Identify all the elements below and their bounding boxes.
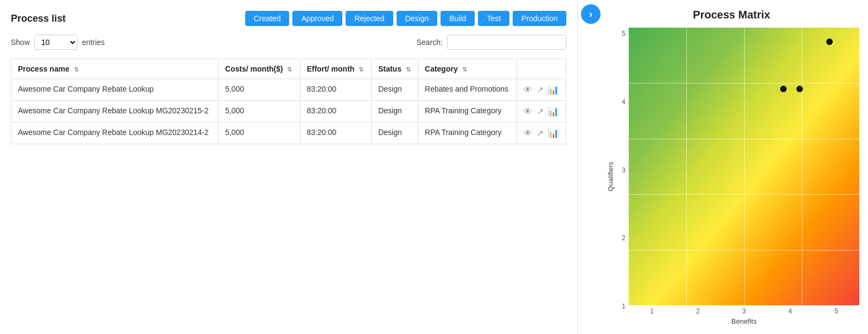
filter-btn-rejected[interactable]: Rejected	[346, 11, 393, 26]
y-tick-1: 1	[622, 303, 626, 310]
cell-cost-2: 5,000	[218, 123, 300, 144]
show-label: Show	[11, 38, 30, 47]
x-ticks-row: 1 2 3 4 5	[629, 305, 859, 316]
search-row: Search:	[417, 35, 566, 50]
cell-category-1: RPA Training Category	[418, 101, 517, 123]
cell-name-1: Awesome Car Company Rebate Lookup MG2023…	[11, 101, 219, 123]
cell-status-2: Design	[372, 123, 418, 144]
filter-btn-production[interactable]: Production	[513, 11, 566, 26]
cell-name-2: Awesome Car Company Rebate Lookup MG2023…	[11, 123, 219, 144]
filter-btn-test[interactable]: Test	[478, 11, 509, 26]
table-row: Awesome Car Company Rebate Lookup MG2023…	[11, 101, 566, 123]
gradient-background	[629, 28, 859, 305]
chart-icon-0[interactable]: 📊	[548, 85, 559, 95]
right-panel: › Process Matrix Qualifiers 5 4 3 2 1	[578, 0, 868, 334]
entries-select[interactable]: 10 25 50 100	[34, 35, 78, 50]
sort-icon-effort: ⇅	[359, 66, 363, 73]
col-actions	[516, 59, 566, 79]
chart-canvas	[629, 28, 859, 305]
cell-name-0: Awesome Car Company Rebate Lookup	[11, 79, 219, 101]
chart-body: 1 2 3 4 5 Benefits	[629, 28, 859, 325]
y-axis-label-col: Qualifiers	[604, 28, 617, 325]
y-tick-5: 5	[622, 30, 626, 37]
cell-cost-1: 5,000	[218, 101, 300, 123]
col-process-name[interactable]: Process name ⇅	[11, 59, 219, 79]
table-header-row: Process name ⇅ Costs/ month($) ⇅ Effort/…	[11, 59, 566, 79]
filter-btn-created[interactable]: Created	[245, 11, 290, 26]
chart-area: Qualifiers 5 4 3 2 1	[604, 28, 859, 325]
y-tick-4: 4	[622, 98, 626, 106]
filter-btn-design[interactable]: Design	[397, 11, 438, 26]
edit-icon-0[interactable]: ↗︎	[537, 85, 544, 95]
sort-icon-category: ⇅	[462, 66, 467, 73]
filter-btn-approved[interactable]: Approved	[292, 11, 342, 26]
show-entries: Show 10 25 50 100 entries	[11, 35, 105, 50]
filter-buttons: Created Approved Rejected Design Build T…	[245, 11, 566, 26]
view-icon-2[interactable]: 👁	[524, 129, 532, 138]
entries-label: entries	[82, 38, 105, 47]
controls-row: Show 10 25 50 100 entries Search:	[11, 35, 566, 50]
cell-effort-0: 83:20:00	[300, 79, 372, 101]
search-label: Search:	[417, 38, 443, 47]
x-tick-5: 5	[813, 307, 859, 316]
matrix-col: Process Matrix Qualifiers 5 4 3 2 1	[604, 0, 868, 334]
x-tick-1: 1	[629, 307, 675, 316]
y-ticks-col: 5 4 3 2 1	[617, 28, 629, 325]
cell-effort-2: 83:20:00	[300, 123, 372, 144]
collapse-btn-col: ›	[578, 0, 604, 334]
x-axis-label: Benefits	[629, 317, 859, 325]
x-tick-2: 2	[675, 307, 721, 316]
cell-status-0: Design	[372, 79, 418, 101]
filter-btn-build[interactable]: Build	[441, 11, 475, 26]
data-point-2	[796, 86, 803, 92]
cell-effort-1: 83:20:00	[300, 101, 372, 123]
edit-icon-1[interactable]: ↗︎	[537, 106, 544, 117]
col-effort[interactable]: Effort/ month ⇅	[300, 59, 372, 79]
collapse-button[interactable]: ›	[581, 4, 601, 24]
cell-actions-2: 👁 ↗︎ 📊	[516, 123, 566, 144]
view-icon-0[interactable]: 👁	[524, 85, 532, 95]
table-row: Awesome Car Company Rebate Lookup 5,000 …	[11, 79, 566, 101]
cell-status-1: Design	[372, 101, 418, 123]
sort-icon-name: ⇅	[74, 66, 79, 73]
left-panel: Process list Created Approved Rejected D…	[0, 0, 578, 334]
col-cost[interactable]: Costs/ month($) ⇅	[218, 59, 300, 79]
view-icon-1[interactable]: 👁	[524, 107, 532, 117]
x-tick-3: 3	[721, 307, 767, 316]
data-point-0	[826, 38, 833, 45]
cell-category-0: Rebates and Promotions	[418, 79, 517, 101]
search-input[interactable]	[447, 35, 566, 50]
x-tick-4: 4	[767, 307, 813, 316]
cell-category-2: RPA Training Category	[418, 123, 517, 144]
col-category[interactable]: Category ⇅	[418, 59, 517, 79]
cell-actions-0: 👁 ↗︎ 📊	[516, 79, 566, 101]
data-point-1	[780, 86, 787, 92]
data-table: Process name ⇅ Costs/ month($) ⇅ Effort/…	[11, 59, 566, 144]
header-row: Process list Created Approved Rejected D…	[11, 11, 566, 26]
sort-icon-cost: ⇅	[287, 66, 292, 73]
table-row: Awesome Car Company Rebate Lookup MG2023…	[11, 123, 566, 144]
chart-icon-2[interactable]: 📊	[548, 128, 559, 138]
y-axis-label: Qualifiers	[607, 162, 615, 191]
matrix-title: Process Matrix	[604, 9, 859, 21]
page-title: Process list	[11, 13, 66, 24]
col-status[interactable]: Status ⇅	[372, 59, 418, 79]
cell-actions-1: 👁 ↗︎ 📊	[516, 101, 566, 123]
y-tick-2: 2	[622, 234, 626, 242]
chart-icon-1[interactable]: 📊	[548, 106, 559, 117]
sort-icon-status: ⇅	[406, 66, 411, 73]
y-tick-3: 3	[622, 166, 626, 174]
cell-cost-0: 5,000	[218, 79, 300, 101]
edit-icon-2[interactable]: ↗︎	[537, 128, 544, 138]
